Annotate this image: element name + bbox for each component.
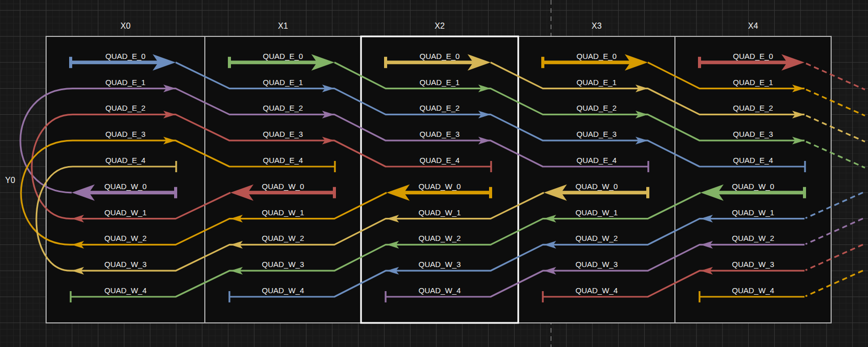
- column-header-x4: X4: [748, 22, 758, 30]
- track-label: QUAD_W_3: [104, 260, 147, 269]
- track-label: QUAD_E_2: [105, 104, 145, 112]
- column-header-x0: X0: [120, 22, 131, 30]
- track-label: QUAD_E_0: [733, 52, 773, 60]
- track-label: QUAD_E_1: [419, 78, 459, 87]
- track-label: QUAD_W_0: [104, 182, 147, 191]
- track-label: QUAD_W_0: [418, 182, 461, 191]
- track-label: QUAD_W_2: [104, 234, 147, 242]
- track-label: QUAD_E_0: [263, 52, 303, 60]
- track-label: QUAD_E_0: [419, 52, 459, 60]
- column-header-x3: X3: [591, 22, 602, 30]
- track-label: QUAD_W_1: [104, 208, 147, 217]
- track-label: QUAD_E_4: [263, 156, 303, 165]
- track-label: QUAD_W_3: [418, 260, 461, 269]
- track-label: QUAD_W_1: [732, 208, 774, 217]
- track-label: QUAD_E_3: [263, 130, 303, 138]
- track-label: QUAD_E_1: [733, 78, 773, 87]
- track-label: QUAD_W_0: [576, 182, 618, 191]
- track-label: QUAD_W_0: [732, 182, 774, 191]
- track-label: QUAD_W_2: [732, 234, 774, 242]
- track-label: QUAD_E_0: [577, 52, 617, 60]
- track-label: QUAD_W_1: [418, 208, 461, 217]
- track-label: QUAD_W_0: [262, 182, 304, 191]
- track-label: QUAD_E_1: [105, 78, 145, 87]
- track-label: QUAD_E_2: [263, 104, 303, 112]
- track-label: QUAD_W_4: [732, 286, 774, 295]
- track-label: QUAD_E_3: [419, 130, 459, 138]
- track-label: QUAD_E_2: [577, 104, 617, 112]
- track-label: QUAD_E_1: [577, 78, 617, 87]
- track-label: QUAD_W_4: [418, 286, 461, 295]
- track-label: QUAD_W_3: [732, 260, 774, 269]
- track-label: QUAD_W_2: [576, 234, 618, 242]
- track-label: QUAD_E_2: [733, 104, 773, 112]
- track-label: QUAD_W_3: [262, 260, 304, 269]
- quad-wire-routing-diagram[interactable]: X0X1X2X3X4Y0QUAD_E_0QUAD_E_1QUAD_E_2QUAD…: [0, 0, 868, 347]
- track-label: QUAD_W_1: [262, 208, 304, 217]
- track-label: QUAD_E_4: [733, 156, 773, 165]
- track-label: QUAD_W_2: [262, 234, 304, 242]
- track-label: QUAD_E_2: [419, 104, 459, 112]
- track-label: QUAD_E_1: [263, 78, 303, 87]
- track-label: QUAD_E_3: [577, 130, 617, 138]
- track-label: QUAD_W_4: [576, 286, 618, 295]
- track-label: QUAD_W_2: [418, 234, 461, 242]
- row-label-y0: Y0: [5, 176, 15, 185]
- column-header-x2: X2: [435, 22, 445, 30]
- track-label: QUAD_W_1: [576, 208, 618, 217]
- track-label: QUAD_E_3: [105, 130, 145, 138]
- column-header-x1: X1: [278, 22, 288, 30]
- track-label: QUAD_E_4: [577, 156, 617, 165]
- track-label: QUAD_E_4: [105, 156, 145, 165]
- track-label: QUAD_W_4: [104, 286, 147, 295]
- track-label: QUAD_W_4: [262, 286, 304, 295]
- track-label: QUAD_E_4: [419, 156, 459, 165]
- track-label: QUAD_E_0: [105, 52, 145, 60]
- track-label: QUAD_E_3: [733, 130, 773, 138]
- track-label: QUAD_W_3: [576, 260, 618, 269]
